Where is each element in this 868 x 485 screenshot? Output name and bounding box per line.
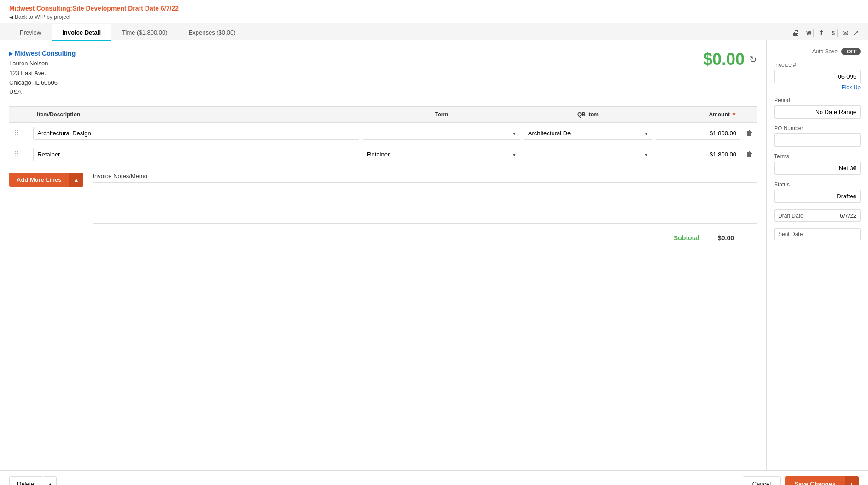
term-select-2[interactable]: Retainer: [363, 148, 520, 161]
save-split-button[interactable]: ▲: [845, 476, 859, 485]
delete-cell-2: 🗑: [742, 144, 757, 165]
amount-cell-2: [654, 144, 742, 165]
tab-time[interactable]: Time ($1,800.00): [111, 24, 178, 40]
delete-split-button[interactable]: ▲: [44, 476, 57, 485]
footer-left: Delete ▲: [9, 476, 57, 485]
subtotal-row: Subtotal $0.00: [9, 230, 757, 246]
draft-date-display: Draft Date 6/7/22: [774, 209, 861, 222]
add-more-split-button[interactable]: ▲: [69, 173, 84, 187]
invoice-number-row: Invoice # Pick Up: [774, 62, 861, 91]
add-more-actions: Add More Lines ▲: [9, 173, 83, 187]
invoice-number-input[interactable]: [774, 70, 861, 83]
subtotal-value: $0.00: [718, 234, 734, 242]
period-row: Period: [774, 97, 861, 119]
save-changes-button[interactable]: Save Changes: [785, 476, 845, 485]
client-address1: 123 East Ave.: [9, 69, 76, 78]
page-title: Midwest Consulting:Site Development Draf…: [9, 5, 859, 12]
amount-sort-icon: ▼: [731, 111, 737, 118]
amount-input-2[interactable]: [656, 148, 740, 161]
item-cell-1: [31, 123, 361, 144]
tab-preview[interactable]: Preview: [9, 24, 52, 40]
delete-row-2-button[interactable]: 🗑: [744, 149, 755, 161]
qb-select-2[interactable]: Architectural De: [524, 148, 652, 161]
drag-handle-2[interactable]: ⠿: [11, 150, 22, 158]
client-address: Lauren Nelson 123 East Ave. Chicago, IL …: [9, 59, 76, 97]
back-link[interactable]: ◀ Back to WIP by project: [9, 14, 859, 20]
notes-textarea[interactable]: [93, 182, 757, 224]
drag-handle-1[interactable]: ⠿: [11, 129, 22, 137]
sent-date-row: Sent Date: [774, 228, 861, 240]
save-group: Save Changes ▲: [785, 476, 859, 485]
draft-date-row: Draft Date 6/7/22: [774, 209, 861, 222]
qb-select-1[interactable]: Architectural De -- none --: [524, 127, 652, 140]
amount-cell-1: [654, 123, 742, 144]
term-cell-2: Retainer: [361, 144, 522, 165]
pickup-link[interactable]: Pick Up: [774, 84, 861, 91]
client-address2: Chicago, IL 60606: [9, 78, 76, 88]
item-cell-2: [31, 144, 361, 165]
po-number-input[interactable]: [774, 133, 861, 147]
item-input-1[interactable]: [33, 127, 359, 140]
status-select[interactable]: Drafted Sent Paid Void: [774, 190, 861, 203]
main-content: Midwest Consulting Lauren Nelson 123 Eas…: [0, 40, 767, 470]
expand-icon[interactable]: ⤢: [853, 29, 859, 37]
back-label: Back to WIP by project: [15, 14, 70, 20]
invoice-total: $0.00 ↻: [703, 50, 757, 69]
tab-expenses[interactable]: Expenses ($0.00): [178, 24, 246, 40]
delete-button[interactable]: Delete: [9, 476, 42, 485]
tab-invoice-detail[interactable]: Invoice Detail: [52, 24, 111, 40]
status-label: Status: [774, 181, 861, 188]
qb-cell-2: Architectural De: [522, 144, 654, 165]
invoice-number-label: Invoice #: [774, 62, 861, 68]
terms-label: Terms: [774, 153, 861, 160]
footer: Delete ▲ Cancel Save Changes ▲: [0, 470, 868, 485]
footer-right: Cancel Save Changes ▲: [743, 476, 859, 485]
sent-date-display: Sent Date: [774, 228, 861, 240]
tabs-left: Preview Invoice Detail Time ($1,800.00) …: [9, 23, 246, 40]
status-row: Status Drafted Sent Paid Void: [774, 181, 861, 203]
item-input-2[interactable]: [33, 148, 359, 161]
add-more-group: Add More Lines ▲: [9, 173, 83, 187]
col-header-item: Item/Description: [31, 107, 361, 123]
total-amount: $0.00: [703, 50, 745, 69]
invoice-table: Item/Description Term QB Item Amount ▼ ⠿: [9, 106, 757, 165]
draft-date-value: 6/7/22: [840, 212, 856, 219]
add-more-lines-button[interactable]: Add More Lines: [9, 173, 69, 187]
email-icon[interactable]: ✉: [842, 29, 848, 37]
terms-select[interactable]: Net 30 Net 15 Net 60 Due on Receipt: [774, 162, 861, 175]
col-header-qb: QB Item: [522, 107, 654, 123]
terms-row: Terms Net 30 Net 15 Net 60 Due on Receip…: [774, 153, 861, 175]
word-icon[interactable]: W: [804, 29, 814, 37]
back-arrow-icon: ◀: [9, 14, 13, 20]
period-label: Period: [774, 97, 861, 104]
table-row: ⠿ Retainer: [9, 123, 757, 144]
po-number-row: PO Number: [774, 125, 861, 147]
refresh-icon[interactable]: ↻: [749, 54, 757, 65]
col-header-term: Term: [361, 107, 522, 123]
subtotal-label: Subtotal: [674, 234, 699, 242]
client-info: Midwest Consulting Lauren Nelson 123 Eas…: [9, 50, 76, 97]
autosave-row: Auto Save OFF: [774, 48, 861, 55]
notes-label: Invoice Notes/Memo: [93, 173, 757, 179]
table-row: ⠿ Retainer: [9, 144, 757, 165]
tabs-bar: Preview Invoice Detail Time ($1,800.00) …: [0, 23, 868, 40]
client-name-link[interactable]: Midwest Consulting: [9, 50, 76, 57]
top-bar: Midwest Consulting:Site Development Draf…: [0, 0, 868, 23]
print-icon[interactable]: 🖨: [792, 29, 799, 37]
main-layout: Midwest Consulting Lauren Nelson 123 Eas…: [0, 40, 868, 470]
po-number-label: PO Number: [774, 125, 861, 132]
col-header-amount: Amount ▼: [654, 107, 742, 123]
cancel-button[interactable]: Cancel: [743, 476, 781, 485]
client-contact: Lauren Nelson: [9, 59, 76, 69]
delete-cell-1: 🗑: [742, 123, 757, 144]
dollar-icon[interactable]: $: [829, 29, 838, 37]
term-select-1[interactable]: Retainer: [363, 127, 520, 140]
autosave-toggle[interactable]: OFF: [841, 48, 861, 55]
right-panel: Auto Save OFF Invoice # Pick Up Period P…: [767, 40, 868, 470]
amount-input-1[interactable]: [656, 127, 740, 140]
client-row: Midwest Consulting Lauren Nelson 123 Eas…: [9, 50, 757, 97]
autosave-label: Auto Save: [812, 48, 838, 55]
delete-row-1-button[interactable]: 🗑: [744, 127, 755, 139]
upload-icon[interactable]: ⬆: [818, 29, 824, 37]
period-input[interactable]: [774, 105, 861, 119]
